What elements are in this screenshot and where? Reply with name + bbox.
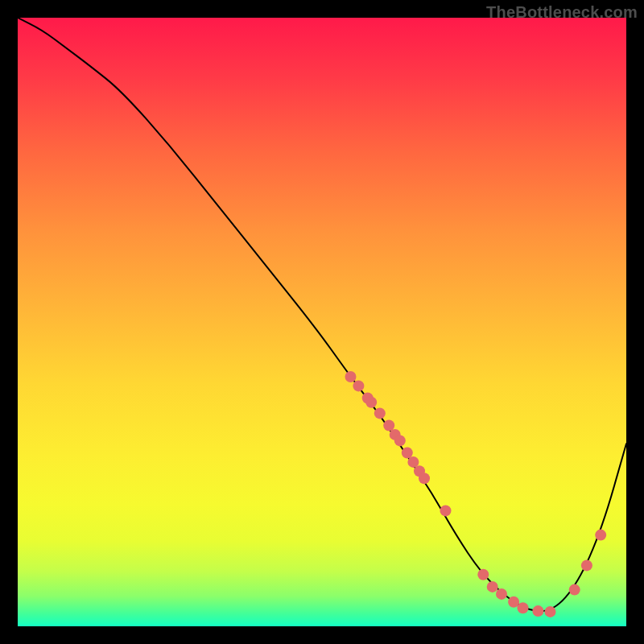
marker-point xyxy=(353,380,364,391)
bottleneck-curve xyxy=(18,18,626,611)
marker-point xyxy=(477,569,489,580)
marker-point xyxy=(496,588,507,600)
marker-point xyxy=(581,559,592,571)
plot-area xyxy=(18,18,626,626)
marker-point xyxy=(440,505,452,516)
marker-point xyxy=(374,407,386,419)
marker-point xyxy=(508,597,519,608)
marker-point xyxy=(487,581,498,592)
chart-container: TheBottleneck.com xyxy=(0,0,644,644)
marker-point xyxy=(419,473,430,484)
marker-point xyxy=(402,448,413,459)
marker-point xyxy=(383,420,394,431)
highlight-markers xyxy=(345,371,607,617)
marker-point xyxy=(365,397,377,408)
marker-point xyxy=(518,602,529,613)
marker-point xyxy=(545,606,556,617)
marker-point xyxy=(394,435,406,446)
marker-point xyxy=(345,371,357,382)
marker-point xyxy=(569,584,580,596)
marker-point xyxy=(595,530,606,541)
marker-point xyxy=(532,605,543,617)
chart-overlay xyxy=(18,18,626,626)
